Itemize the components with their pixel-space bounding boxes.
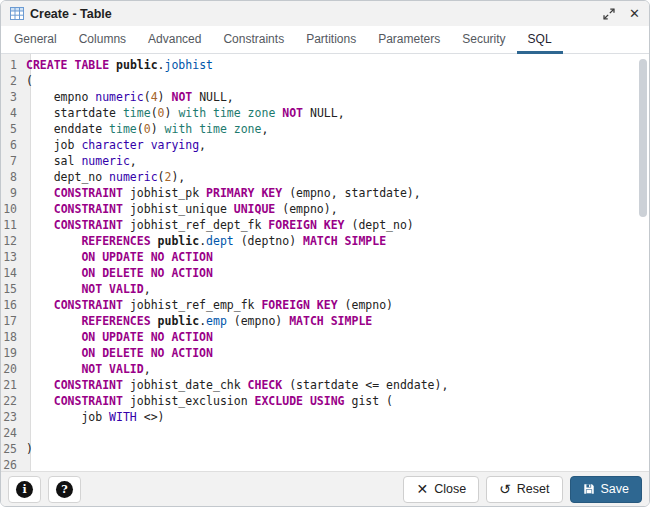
- editor-scrollbar[interactable]: [639, 59, 647, 217]
- code-line: 23 job WITH <>): [1, 409, 649, 425]
- close-icon[interactable]: ✕: [629, 7, 640, 20]
- line-number: 16: [1, 297, 26, 313]
- close-button-label: Close: [434, 482, 466, 496]
- code-line: 13 ON UPDATE NO ACTION: [1, 249, 649, 265]
- line-number: 8: [1, 169, 26, 185]
- line-number: 18: [1, 329, 26, 345]
- code-line: 19 ON DELETE NO ACTION: [1, 345, 649, 361]
- code-line: 11 CONSTRAINT jobhist_ref_dept_fk FOREIG…: [1, 217, 649, 233]
- line-number: 3: [1, 89, 26, 105]
- tab-partitions[interactable]: Partitions: [295, 26, 367, 54]
- line-number: 24: [1, 425, 26, 441]
- sql-editor[interactable]: 1CREATE TABLE public.jobhist2(3 empno nu…: [1, 54, 649, 473]
- help-icon: ?: [56, 481, 73, 498]
- code-line: 6 job character varying,: [1, 137, 649, 153]
- code-line: 9 CONSTRAINT jobhist_pk PRIMARY KEY (emp…: [1, 185, 649, 201]
- code-lines: 1CREATE TABLE public.jobhist2(3 empno nu…: [1, 54, 649, 473]
- dialog-title: Create - Table: [30, 7, 112, 21]
- code-line: 17 REFERENCES public.emp (empno) MATCH S…: [1, 313, 649, 329]
- line-number: 22: [1, 393, 26, 409]
- reset-button-label: Reset: [517, 482, 550, 496]
- code-line: 20 NOT VALID,: [1, 361, 649, 377]
- line-number: 15: [1, 281, 26, 297]
- code-line: 7 sal numeric,: [1, 153, 649, 169]
- save-floppy-icon: [583, 483, 595, 495]
- code-line: 10 CONSTRAINT jobhist_unique UNIQUE (emp…: [1, 201, 649, 217]
- line-number: 13: [1, 249, 26, 265]
- tab-constraints[interactable]: Constraints: [212, 26, 295, 54]
- line-number: 6: [1, 137, 26, 153]
- line-number: 14: [1, 265, 26, 281]
- line-number: 17: [1, 313, 26, 329]
- footer: i ? ✕ Close ↺ Reset Save: [1, 471, 649, 506]
- code-line: 22 CONSTRAINT jobhist_exclusion EXCLUDE …: [1, 393, 649, 409]
- create-table-dialog: { "window": { "title": "Create - Table",…: [0, 0, 650, 507]
- reset-button[interactable]: ↺ Reset: [486, 476, 562, 503]
- code-line: 15 NOT VALID,: [1, 281, 649, 297]
- line-number: 4: [1, 105, 26, 121]
- tab-columns[interactable]: Columns: [68, 26, 137, 54]
- table-grid-icon: [10, 7, 24, 20]
- code-line: 2(: [1, 73, 649, 89]
- info-icon: i: [16, 481, 33, 498]
- code-line: 14 ON DELETE NO ACTION: [1, 265, 649, 281]
- code-line: 3 empno numeric(4) NOT NULL,: [1, 89, 649, 105]
- info-button[interactable]: i: [8, 476, 41, 503]
- reset-icon: ↺: [499, 482, 511, 496]
- code-line: 16 CONSTRAINT jobhist_ref_emp_fk FOREIGN…: [1, 297, 649, 313]
- maximize-icon[interactable]: [603, 8, 615, 20]
- tab-advanced[interactable]: Advanced: [137, 26, 212, 54]
- close-x-icon: ✕: [416, 482, 428, 496]
- tabbar: General Columns Advanced Constraints Par…: [1, 26, 649, 54]
- line-number: 20: [1, 361, 26, 377]
- line-number: 11: [1, 217, 26, 233]
- code-line: 24: [1, 425, 649, 441]
- line-number: 21: [1, 377, 26, 393]
- line-number: 7: [1, 153, 26, 169]
- line-number: 9: [1, 185, 26, 201]
- code-line: 4 startdate time(0) with time zone NOT N…: [1, 105, 649, 121]
- code-line: 1CREATE TABLE public.jobhist: [1, 57, 649, 73]
- tab-general[interactable]: General: [3, 26, 68, 54]
- line-number: 25: [1, 441, 26, 457]
- save-button[interactable]: Save: [570, 476, 643, 503]
- line-number: 2: [1, 73, 26, 89]
- save-button-label: Save: [601, 482, 630, 496]
- code-line: 25): [1, 441, 649, 457]
- code-line: 18 ON UPDATE NO ACTION: [1, 329, 649, 345]
- line-number: 5: [1, 121, 26, 137]
- tab-parameters[interactable]: Parameters: [367, 26, 451, 54]
- code-line: 12 REFERENCES public.dept (deptno) MATCH…: [1, 233, 649, 249]
- line-number: 19: [1, 345, 26, 361]
- tab-security[interactable]: Security: [451, 26, 516, 54]
- code-line: 8 dept_no numeric(2),: [1, 169, 649, 185]
- tab-sql[interactable]: SQL: [517, 26, 563, 54]
- help-button[interactable]: ?: [48, 476, 81, 503]
- line-number: 10: [1, 201, 26, 217]
- line-number: 23: [1, 409, 26, 425]
- titlebar: Create - Table ✕: [1, 1, 649, 26]
- code-line: 21 CONSTRAINT jobhist_date_chk CHECK (st…: [1, 377, 649, 393]
- line-number: 1: [1, 57, 26, 73]
- code-line: 5 enddate time(0) with time zone,: [1, 121, 649, 137]
- line-number: 12: [1, 233, 26, 249]
- close-button[interactable]: ✕ Close: [403, 476, 479, 503]
